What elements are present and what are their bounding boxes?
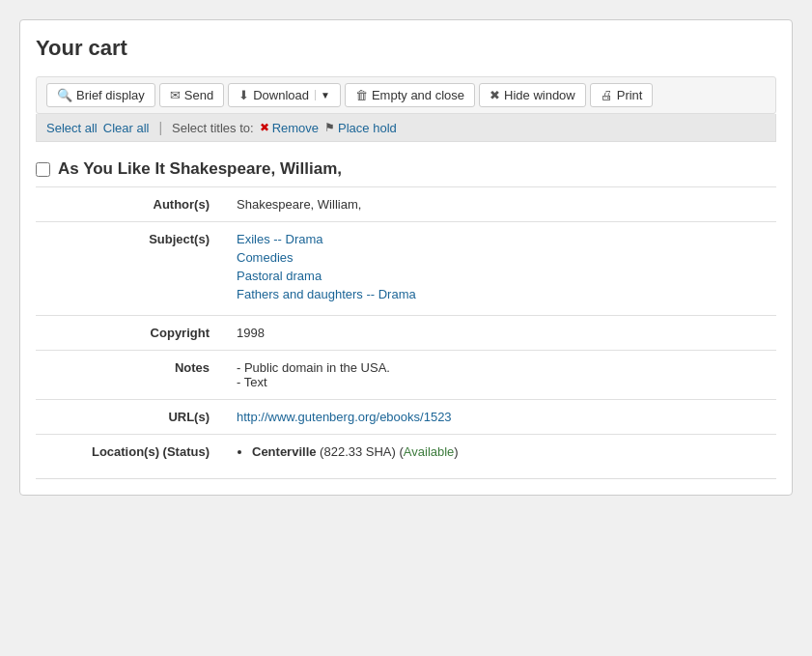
place-hold-action[interactable]: ⚑ Place hold (324, 121, 397, 135)
download-icon: ⬇ (238, 88, 249, 102)
note-0: - Public domain in the USA. (237, 360, 769, 375)
notes-row: Notes - Public domain in the USA. - Text (36, 351, 776, 400)
author-row: Author(s) Shakespeare, William, (36, 187, 776, 222)
cart-container: Your cart 🔍 Brief display ✉ Send ⬇ Downl… (19, 19, 793, 496)
separator: | (158, 120, 162, 135)
x-icon: ✖ (260, 121, 269, 134)
urls-label: URL(s) (36, 400, 229, 435)
remove-action[interactable]: ✖ Remove (260, 121, 319, 135)
copyright-row: Copyright 1998 (36, 316, 776, 351)
action-bar: Select all Clear all | Select titles to:… (36, 114, 776, 142)
notes-label: Notes (36, 351, 229, 400)
select-titles-label: Select titles to: (172, 121, 254, 135)
urls-row: URL(s) http://www.gutenberg.org/ebooks/1… (36, 400, 776, 435)
send-icon: ✉ (170, 88, 181, 102)
location-call: (822.33 SHA) (320, 444, 396, 459)
notes-values: - Public domain in the USA. - Text (229, 351, 776, 400)
empty-close-button[interactable]: 🗑 Empty and close (345, 83, 475, 107)
url-link[interactable]: http://www.gutenberg.org/ebooks/1523 (237, 410, 452, 424)
select-all-link[interactable]: Select all (46, 121, 98, 135)
subjects-row: Subject(s) Exiles -- Drama Comedies Past… (36, 222, 776, 316)
note-1: - Text (237, 375, 769, 389)
trash-icon: 🗑 (355, 88, 368, 102)
toolbar: 🔍 Brief display ✉ Send ⬇ Download ▼ 🗑 Em… (36, 76, 776, 114)
brief-display-button[interactable]: 🔍 Brief display (46, 83, 155, 107)
subject-link-0[interactable]: Exiles -- Drama (237, 232, 769, 246)
location-list: Centerville (822.33 SHA) (Available) (252, 444, 769, 459)
url-value: http://www.gutenberg.org/ebooks/1523 (229, 400, 776, 435)
copyright-value: 1998 (229, 316, 776, 351)
download-button[interactable]: ⬇ Download ▼ (228, 83, 341, 107)
print-button[interactable]: 🖨 Print (590, 83, 654, 107)
hide-window-button[interactable]: ✖ Hide window (479, 83, 586, 107)
book-title: As You Like It Shakespeare, William, (58, 159, 342, 179)
subject-link-2[interactable]: Pastoral drama (237, 269, 769, 283)
hide-icon: ✖ (490, 88, 500, 102)
dropdown-arrow-icon: ▼ (315, 90, 330, 100)
available-badge: Available (404, 444, 455, 459)
clear-all-link[interactable]: Clear all (103, 121, 150, 135)
search-icon: 🔍 (57, 88, 72, 102)
bookmark-icon: ⚑ (324, 121, 335, 134)
location-value: Centerville (822.33 SHA) (Available) (229, 435, 776, 470)
author-value: Shakespeare, William, (229, 187, 776, 222)
subject-link-1[interactable]: Comedies (237, 250, 769, 265)
location-label: Location(s) (Status) (36, 435, 229, 470)
page-title: Your cart (36, 36, 776, 61)
print-icon: 🖨 (601, 88, 613, 102)
list-item: Centerville (822.33 SHA) (Available) (252, 444, 769, 459)
book-section: As You Like It Shakespeare, William, Aut… (36, 152, 776, 479)
details-table: Author(s) Shakespeare, William, Subject(… (36, 186, 776, 469)
copyright-label: Copyright (36, 316, 229, 351)
subjects-values: Exiles -- Drama Comedies Pastoral drama … (229, 222, 776, 316)
subject-link-3[interactable]: Fathers and daughters -- Drama (237, 287, 769, 301)
author-label: Author(s) (36, 187, 229, 222)
send-button[interactable]: ✉ Send (159, 83, 224, 107)
book-title-row: As You Like It Shakespeare, William, (36, 152, 776, 186)
book-checkbox[interactable] (36, 162, 50, 177)
subjects-label: Subject(s) (36, 222, 229, 316)
location-name: Centerville (252, 444, 316, 459)
location-row: Location(s) (Status) Centerville (822.33… (36, 435, 776, 470)
